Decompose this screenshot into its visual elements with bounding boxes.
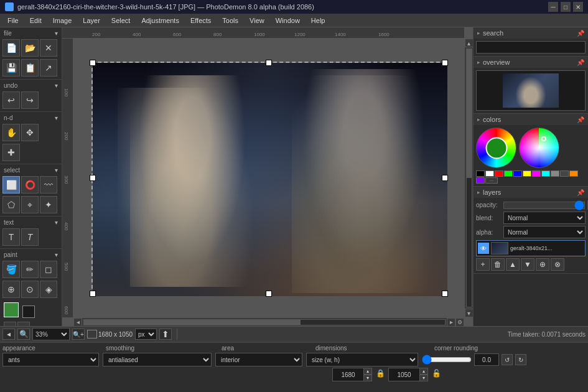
width-input[interactable] — [332, 368, 363, 381]
new-file-button[interactable]: 📄 — [2, 39, 20, 57]
height-increment-button[interactable]: ▴ — [419, 368, 428, 375]
swatch-gray[interactable] — [551, 170, 559, 177]
overview-pin-icon[interactable]: 📌 — [577, 59, 584, 66]
unlock-icon[interactable]: 🔓 — [432, 369, 443, 380]
handle-top-middle[interactable] — [266, 60, 272, 66]
scroll-down-button[interactable]: ▾ — [465, 309, 474, 317]
title-bar-controls[interactable]: ─ □ ✕ — [548, 2, 583, 12]
saturation-indicator[interactable] — [541, 136, 546, 141]
swatch-orange[interactable] — [569, 170, 578, 177]
height-decrement-button[interactable]: ▾ — [419, 375, 428, 381]
horizontal-scrollbar[interactable]: ◂ ▸ ⚙ — [73, 317, 464, 326]
text-button[interactable]: T — [2, 228, 20, 246]
merge-layers-button[interactable]: ⊕ — [536, 258, 549, 271]
menu-select[interactable]: Select — [106, 16, 136, 26]
scroll-settings-button[interactable]: ⚙ — [455, 318, 464, 327]
search-header[interactable]: ▸ search 📌 — [474, 27, 588, 39]
menu-window[interactable]: Window — [271, 16, 305, 26]
handle-bottom-middle[interactable] — [266, 291, 272, 297]
toolbar-section-select-header[interactable]: select ▾ — [1, 166, 60, 175]
save-button[interactable]: 💾 — [2, 59, 20, 77]
swatch-dark-gray[interactable] — [560, 170, 569, 177]
undo-button[interactable]: ↩ — [2, 91, 20, 109]
redo-button[interactable]: ↪ — [21, 91, 39, 109]
scroll-thumb-h[interactable] — [84, 320, 301, 325]
eraser-button[interactable]: ◻ — [40, 261, 57, 278]
flatten-button[interactable]: ⊗ — [551, 258, 564, 271]
search-pin-icon[interactable]: 📌 — [577, 30, 584, 37]
swatch-white[interactable] — [485, 170, 494, 177]
save-as-button[interactable]: 📋 — [21, 59, 39, 77]
toolbar-section-navigate-header[interactable]: n-d ▾ — [1, 113, 60, 123]
delete-layer-button[interactable]: 🗑 — [491, 258, 505, 271]
cursor-tool-icon[interactable]: ⬆ — [159, 329, 172, 340]
scroll-right-button[interactable]: ▸ — [447, 318, 455, 327]
add-layer-button[interactable]: + — [476, 258, 490, 271]
smoothing-select[interactable]: antialiased none pixelated — [103, 353, 212, 366]
zoom-out-button[interactable]: 🔍 — [17, 329, 30, 340]
rect-select-button[interactable]: ⬜ — [2, 176, 20, 194]
corner-rounding-slider[interactable] — [422, 355, 472, 365]
colors-pin-icon[interactable]: 📌 — [577, 116, 584, 123]
minimize-button[interactable]: ─ — [548, 2, 558, 12]
zoom-select[interactable]: 33% 50% 100% 200% — [32, 328, 70, 340]
width-increment-button[interactable]: ▴ — [363, 368, 372, 375]
menu-image[interactable]: Image — [48, 16, 77, 26]
zoom-in-button[interactable]: 🔍+ — [72, 329, 85, 340]
canvas-image[interactable] — [93, 63, 447, 296]
handle-top-left[interactable] — [90, 60, 96, 66]
toolbar-section-undo-header[interactable]: undo ▾ — [1, 81, 60, 90]
open-file-button[interactable]: 📂 — [21, 39, 39, 57]
background-color[interactable] — [22, 306, 35, 318]
pattern-button[interactable]: ▤ — [17, 322, 30, 326]
height-input[interactable] — [388, 368, 419, 381]
toolbar-section-paint-header[interactable]: paint ▾ — [1, 250, 60, 259]
vertical-scrollbar[interactable]: ▴ ▾ — [464, 39, 473, 317]
menu-tools[interactable]: Tools — [217, 16, 243, 26]
heal-button[interactable]: ⊕ — [2, 281, 20, 298]
overview-header[interactable]: ▸ overview 📌 — [474, 57, 588, 68]
handle-bottom-left[interactable] — [90, 291, 96, 297]
menu-help[interactable]: Help — [306, 16, 330, 26]
menu-view[interactable]: View — [245, 16, 269, 26]
clone-button[interactable]: ⊙ — [21, 281, 39, 298]
scroll-thumb-v[interactable] — [467, 49, 472, 178]
swatch-magenta[interactable] — [532, 170, 541, 177]
corner-rounding-reset2-button[interactable]: ↻ — [515, 354, 526, 365]
scroll-up-button[interactable]: ▴ — [465, 39, 474, 47]
toolbar-section-text-header[interactable]: text ▾ — [1, 218, 60, 227]
unit-select[interactable]: px % in — [135, 329, 157, 340]
swatch-cyan[interactable] — [541, 170, 550, 177]
menu-adjustments[interactable]: Adjustments — [136, 16, 184, 26]
dimensions-select[interactable]: size (w, h) position (x, y) aspect ratio — [306, 353, 418, 366]
scroll-track-h[interactable] — [83, 319, 446, 325]
close-file-button[interactable]: ✕ — [40, 39, 57, 57]
move-layer-up-button[interactable]: ▲ — [506, 258, 520, 271]
move-button[interactable]: ✥ — [21, 124, 39, 141]
saturation-wheel[interactable] — [519, 128, 559, 168]
close-button[interactable]: ✕ — [573, 2, 583, 12]
corner-rounding-reset-button[interactable]: ↺ — [502, 354, 513, 365]
prev-canvas-button[interactable]: ◂ — [2, 329, 15, 340]
swatch-red[interactable] — [495, 170, 503, 177]
lock-aspect-icon[interactable]: 🔒 — [376, 369, 385, 380]
toolbar-section-file-header[interactable]: file ▾ — [1, 29, 60, 38]
polygon-select-button[interactable]: ⬠ — [2, 196, 20, 213]
maximize-button[interactable]: □ — [561, 2, 571, 12]
swatch-black[interactable] — [476, 170, 485, 177]
search-input[interactable] — [476, 41, 586, 54]
layers-pin-icon[interactable]: 📌 — [577, 189, 584, 196]
swatch-yellow[interactable] — [523, 170, 531, 177]
more-swatches-button[interactable]: ··· — [485, 177, 498, 184]
foreground-color[interactable] — [4, 302, 19, 317]
opacity-slider[interactable] — [503, 202, 585, 209]
colors-header[interactable]: ▸ colors 📌 — [474, 114, 588, 125]
pencil-button[interactable]: ✏ — [21, 261, 39, 278]
hue-wheel[interactable] — [476, 128, 516, 168]
layer-visibility-button[interactable]: 👁 — [478, 243, 489, 254]
magnetic-select-button[interactable]: ⌖ — [21, 196, 39, 213]
handle-middle-left[interactable] — [90, 175, 96, 181]
layers-header[interactable]: ▸ layers 📌 — [474, 187, 588, 198]
swatch-blue[interactable] — [513, 170, 522, 177]
menu-effects[interactable]: Effects — [185, 16, 216, 26]
